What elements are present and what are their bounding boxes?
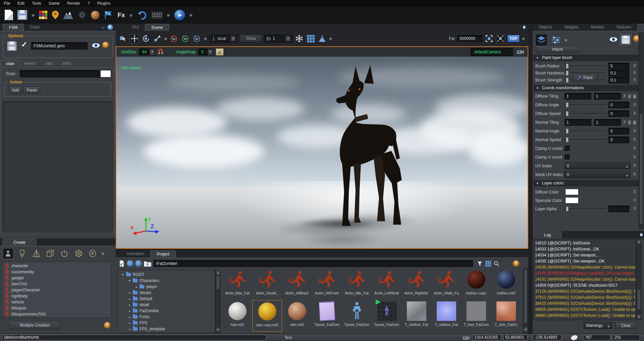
log-line[interactable]: 37128 (WARNING) S2OalAudioDevice::BindSo… [535,288,636,294]
multiple-creation-button[interactable]: Multiple Creation [9,321,60,329]
tab-state-state[interactable]: state [1,60,19,67]
dropdown[interactable]: 0▼ [565,171,630,178]
far-clip-field[interactable]: 5000000 [458,35,482,42]
location-pin-icon[interactable] [52,10,59,19]
scrollbar-thumb[interactable] [524,270,528,323]
paste-button[interactable]: p [632,93,637,99]
spotlight-icon[interactable] [318,34,327,43]
asset-thumbnail[interactable]: Anim_HitBack [282,269,312,300]
reset-button[interactable]: X [633,111,636,116]
create-item-customentity[interactable]: customentity [2,269,111,275]
tab-state-events[interactable]: events [19,60,41,67]
tab-insp-widgets[interactable]: Widgets [558,24,585,31]
tree-item-detail[interactable]: ●detail [119,302,215,308]
asset-thumbnail[interactable]: skin copy.mt2 [252,300,282,332]
planet-icon[interactable] [91,11,100,19]
more-tools-icon[interactable]: » [564,37,567,43]
scroll-tabs-left-icon[interactable]: ◀ [101,25,104,30]
paint-button[interactable]: Paint [573,74,597,81]
asset-thumbnail[interactable]: skin.mt2 [282,300,312,332]
asset-thumbnail[interactable]: Anim_RightStr [401,269,431,300]
terrain-icon[interactable] [63,11,73,19]
clear-log-button[interactable]: Clear [615,322,637,329]
tab-vp-scene[interactable]: Scene [145,24,169,31]
mesh-icon[interactable] [45,248,56,259]
reset-button[interactable]: X [623,94,626,98]
tree-item-Characters[interactable]: ▼Characters [119,278,215,284]
section-header-paint[interactable]: ▼Paint layer brush [533,55,643,61]
color-swatch[interactable] [565,189,579,195]
tree-item-FatZombie[interactable]: ●FatZombie [119,308,215,314]
paste-button[interactable]: Paste [23,87,40,94]
add-button[interactable]: Add [9,87,22,94]
forward-icon[interactable]: → [135,260,142,267]
scale-tool-icon[interactable] [153,34,162,43]
log-filter-dropdown[interactable]: Warnings▼ [584,322,612,329]
copy-button[interactable]: c [627,93,632,99]
slider[interactable] [565,206,605,212]
entity-icon[interactable] [3,248,13,259]
menu-item-game[interactable]: Game [45,0,63,7]
create-item-rigidbody[interactable]: rigidbody [2,293,111,299]
tab-insp-objects[interactable]: Objects [533,24,558,31]
tab-br-project[interactable]: Project [150,250,175,258]
color-swatch[interactable] [565,197,579,204]
gridsize-dropdown[interactable]: 64▼ [139,49,155,55]
action-list[interactable] [3,102,112,231]
camera-name-box[interactable]: defaultCamera [471,48,513,56]
back-icon[interactable]: ← [127,260,133,267]
save-script-icon[interactable] [7,42,17,51]
rotate90-x-icon[interactable]: 90 [169,34,178,43]
scroll-up-icon[interactable]: ▲ [637,240,641,244]
dog-model[interactable] [289,64,410,234]
paste-button[interactable]: p [632,119,637,125]
more-tools-icon[interactable]: » [190,12,193,18]
tab-insp-material[interactable]: Material [637,24,644,31]
search-icon[interactable] [494,261,499,267]
cone-icon[interactable] [31,248,42,259]
tab-left-class[interactable]: Class [24,24,46,31]
create-item-Weapon[interactable]: Weapon [2,305,111,311]
state-color-swatch[interactable] [100,70,111,77]
slider[interactable] [565,111,605,116]
asset-thumbnail[interactable]: Tpose_FatZom [312,300,342,332]
tab-br-animation[interactable]: Animation [120,250,150,258]
slider[interactable] [565,102,605,108]
gear-icon[interactable] [73,248,84,259]
value-field[interactable]: 0 [608,102,629,108]
save-material-icon[interactable] [620,34,631,45]
magnet-icon[interactable] [158,48,164,55]
play-icon[interactable]: ▶ [174,10,185,20]
outline-icon[interactable] [87,248,98,259]
tab-insp-models[interactable]: Models [585,24,610,31]
asset-thumbnail[interactable]: Anim_Bite_Fat [222,269,252,300]
more-tools-icon[interactable]: » [129,12,132,18]
center-view-icon[interactable] [496,34,505,43]
reset-button[interactable]: X [633,63,636,68]
undo-icon[interactable] [137,10,147,20]
scroll-down-icon[interactable]: ▼ [524,328,528,332]
close-panel-button[interactable]: ✕ [523,25,526,29]
inspector-scrollbar[interactable] [639,33,643,229]
log-list[interactable]: 14010 1@(SCRIPT) :InitScene14033 1@(SCRI… [533,239,636,320]
reset-button[interactable]: X [633,102,636,107]
asset-thumbnail[interactable]: Anim_LeftStraf [372,269,401,300]
log-line[interactable]: 38425 (WARNING) S2OalAudioDevice::BindSo… [535,300,636,306]
create-item-character[interactable]: character [2,263,111,269]
slider[interactable] [565,128,605,134]
value-field[interactable] [608,206,629,212]
log-line[interactable]: 14101 (WARNING) S2HeapAllocator::ctor():… [535,276,636,282]
tree-scrollbar[interactable]: ▲ ▼ [215,270,220,333]
menu-item-plugins[interactable]: Plugins [94,0,114,7]
log-line[interactable]: 14010 1@(SCRIPT) :InitScene [535,240,636,246]
asset-thumbnail[interactable]: T_clothes_Fat [431,300,461,332]
menu-item-file[interactable]: File [0,0,14,7]
tree-item-ROOT[interactable]: ▼ROOT [119,272,215,278]
section-header-coords[interactable]: ▼Coords transformations [533,85,643,91]
asset-thumbnail[interactable]: hair.mt2 [222,300,252,332]
more-tools-icon[interactable]: » [164,35,167,42]
reset-button[interactable]: X [633,70,636,75]
value-field[interactable]: 0.1 [608,70,629,76]
create-item-ItemTAG[interactable]: ItemTAG [2,281,111,287]
log-line[interactable]: 14359 0@(SCRIPT) :SCENE chunksize=5017 [535,282,636,288]
